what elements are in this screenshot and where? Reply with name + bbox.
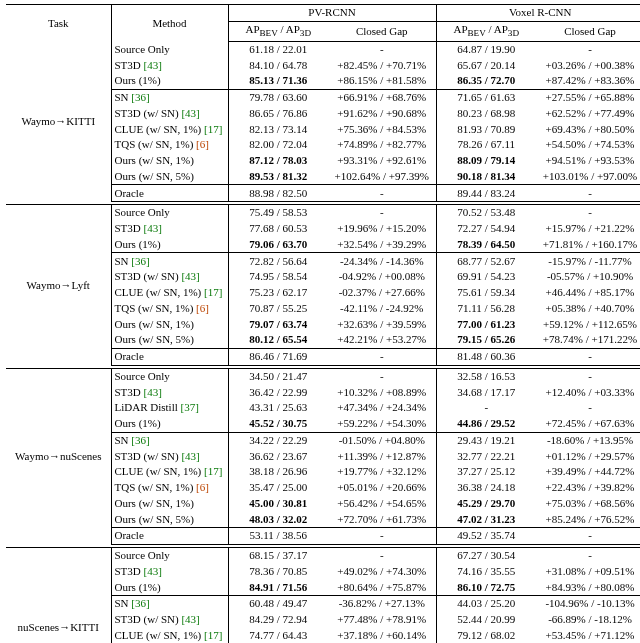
pv-gap-cell: - (328, 348, 436, 365)
method-cell: Ours (w/ SN, 1%) (111, 153, 228, 169)
vx-ap-cell: 90.18 / 81.34 (436, 169, 536, 185)
method-cell: Oracle (111, 348, 228, 365)
method-cell: ST3D (w/ SN) [43] (111, 612, 228, 628)
citation-link[interactable]: [36] (131, 255, 149, 267)
pv-ap-cell: 85.13 / 71.36 (228, 73, 328, 89)
pv-gap-cell: +72.70% / +61.73% (328, 511, 436, 527)
citation-link[interactable]: [43] (181, 613, 199, 625)
pv-ap-cell: 45.00 / 30.81 (228, 496, 328, 512)
citation-link[interactable]: [36] (131, 91, 149, 103)
pv-gap-cell: +86.15% / +81.58% (328, 73, 436, 89)
citation-link[interactable]: [43] (181, 270, 199, 282)
vx-ap-cell: 69.91 / 54.23 (436, 269, 536, 285)
method-cell: Source Only (111, 205, 228, 221)
vx-gap-cell: -05.57% / +10.90% (536, 269, 640, 285)
vx-gap-cell: +15.97% / +21.22% (536, 221, 640, 237)
vx-gap-cell: +05.38% / +40.70% (536, 301, 640, 317)
pv-ap-cell: 77.68 / 60.53 (228, 221, 328, 237)
method-cell: Ours (1%) (111, 73, 228, 89)
citation-link[interactable]: [43] (181, 450, 199, 462)
citation-link[interactable]: [43] (144, 222, 162, 234)
citation-link[interactable]: [43] (144, 59, 162, 71)
pv-ap-cell: 79.06 / 63.70 (228, 237, 328, 253)
method-cell: Ours (1%) (111, 416, 228, 432)
pv-ap-cell: 74.77 / 64.43 (228, 628, 328, 643)
method-cell: Source Only (111, 547, 228, 563)
pv-gap-cell: - (328, 547, 436, 563)
method-cell: LiDAR Distill [37] (111, 400, 228, 416)
citation-link[interactable]: [17] (204, 629, 222, 641)
method-cell: SN [36] (111, 596, 228, 612)
pv-ap-cell: 60.48 / 49.47 (228, 596, 328, 612)
header-method: Method (111, 5, 228, 42)
vx-gap-cell: +69.43% / +80.50% (536, 121, 640, 137)
citation-link[interactable]: [17] (204, 286, 222, 298)
vx-gap-cell: +75.03% / +68.56% (536, 496, 640, 512)
header-metric-pv: APBEV / AP3D (228, 21, 328, 41)
citation-link[interactable]: [6] (196, 302, 209, 314)
vx-gap-cell: -104.96% / -10.13% (536, 596, 640, 612)
vx-gap-cell: - (536, 368, 640, 384)
method-cell: Ours (w/ SN, 1%) (111, 316, 228, 332)
method-cell: Source Only (111, 368, 228, 384)
vx-gap-cell: +03.26% / +00.38% (536, 57, 640, 73)
vx-ap-cell: 37.27 / 25.12 (436, 464, 536, 480)
pv-gap-cell: - (328, 368, 436, 384)
method-cell: Ours (w/ SN, 5%) (111, 169, 228, 185)
pv-ap-cell: 75.49 / 58.53 (228, 205, 328, 221)
pv-ap-cell: 35.47 / 25.00 (228, 480, 328, 496)
method-cell: CLUE (w/ SN, 1%) [17] (111, 285, 228, 301)
vx-gap-cell: - (536, 547, 640, 563)
vx-ap-cell: 79.15 / 65.26 (436, 332, 536, 348)
citation-link[interactable]: [17] (204, 465, 222, 477)
vx-ap-cell: 47.02 / 31.23 (436, 511, 536, 527)
citation-link[interactable]: [43] (181, 107, 199, 119)
pv-gap-cell: +59.22% / +54.30% (328, 416, 436, 432)
vx-ap-cell: 86.10 / 72.75 (436, 579, 536, 595)
method-cell: Ours (w/ SN, 5%) (111, 332, 228, 348)
pv-ap-cell: 61.18 / 22.01 (228, 41, 328, 57)
vx-ap-cell: 89.44 / 83.24 (436, 185, 536, 202)
method-cell: Oracle (111, 528, 228, 545)
vx-ap-cell: 52.44 / 20.99 (436, 612, 536, 628)
citation-link[interactable]: [6] (196, 138, 209, 150)
citation-link[interactable]: [36] (131, 597, 149, 609)
pv-gap-cell: -04.92% / +00.08% (328, 269, 436, 285)
header-task: Task (6, 5, 111, 42)
vx-gap-cell: +62.52% / +77.49% (536, 106, 640, 122)
vx-gap-cell: +84.93% / +80.08% (536, 579, 640, 595)
vx-ap-cell: 71.65 / 61.63 (436, 89, 536, 105)
citation-link[interactable]: [17] (204, 123, 222, 135)
method-cell: ST3D (w/ SN) [43] (111, 448, 228, 464)
vx-ap-cell: 65.67 / 20.14 (436, 57, 536, 73)
citation-link[interactable]: [43] (144, 565, 162, 577)
pv-ap-cell: 80.12 / 65.54 (228, 332, 328, 348)
method-cell: ST3D (w/ SN) [43] (111, 106, 228, 122)
vx-gap-cell: +53.45% / +71.12% (536, 628, 640, 643)
pv-gap-cell: -02.37% / +27.66% (328, 285, 436, 301)
vx-gap-cell: -15.97% / -11.77% (536, 253, 640, 269)
vx-ap-cell: - (436, 400, 536, 416)
method-cell: SN [36] (111, 432, 228, 448)
pv-gap-cell: - (328, 205, 436, 221)
vx-ap-cell: 88.09 / 79.14 (436, 153, 536, 169)
pv-gap-cell: +80.64% / +75.87% (328, 579, 436, 595)
vx-gap-cell: +72.45% / +67.63% (536, 416, 640, 432)
pv-ap-cell: 75.23 / 62.17 (228, 285, 328, 301)
method-cell: Oracle (111, 185, 228, 202)
pv-gap-cell: -42.11% / -24.92% (328, 301, 436, 317)
pv-ap-cell: 36.62 / 23.67 (228, 448, 328, 464)
citation-link[interactable]: [6] (196, 481, 209, 493)
pv-gap-cell: +47.34% / +24.34% (328, 400, 436, 416)
vx-ap-cell: 80.23 / 68.98 (436, 106, 536, 122)
pv-ap-cell: 79.07 / 63.74 (228, 316, 328, 332)
method-cell: SN [36] (111, 89, 228, 105)
vx-gap-cell: - (536, 205, 640, 221)
citation-link[interactable]: [36] (131, 434, 149, 446)
method-cell: Ours (1%) (111, 237, 228, 253)
pv-ap-cell: 36.42 / 22.99 (228, 384, 328, 400)
vx-ap-cell: 81.93 / 70.89 (436, 121, 536, 137)
citation-link[interactable]: [43] (144, 386, 162, 398)
pv-gap-cell: +56.42% / +54.65% (328, 496, 436, 512)
citation-link[interactable]: [37] (181, 401, 199, 413)
